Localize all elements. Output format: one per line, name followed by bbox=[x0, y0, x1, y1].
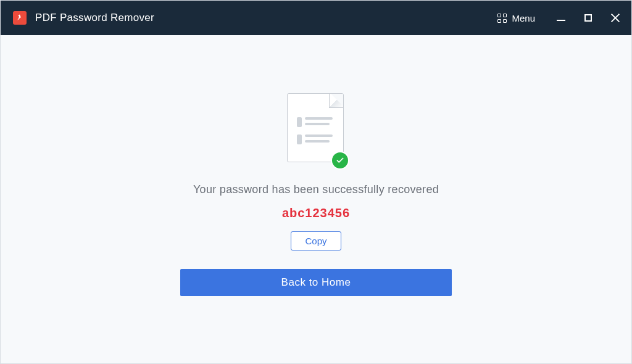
app-title: PDF Password Remover bbox=[35, 12, 154, 24]
menu-button[interactable]: Menu bbox=[494, 10, 539, 26]
maximize-button[interactable] bbox=[583, 13, 593, 23]
back-to-home-button[interactable]: Back to Home bbox=[180, 269, 452, 296]
app-logo-icon bbox=[13, 11, 27, 25]
document-success-icon bbox=[287, 93, 346, 166]
copy-button[interactable]: Copy bbox=[291, 231, 341, 250]
checkmark-icon bbox=[331, 151, 349, 170]
recovered-password: abc123456 bbox=[282, 206, 350, 220]
main-content: Your password has been successfully reco… bbox=[1, 35, 631, 364]
window-controls bbox=[556, 13, 620, 23]
close-button[interactable] bbox=[610, 13, 620, 23]
success-message: Your password has been successfully reco… bbox=[193, 183, 439, 196]
grid-icon bbox=[497, 14, 507, 23]
menu-label: Menu bbox=[512, 13, 535, 23]
minimize-button[interactable] bbox=[556, 13, 566, 23]
titlebar: PDF Password Remover Menu bbox=[1, 1, 631, 35]
